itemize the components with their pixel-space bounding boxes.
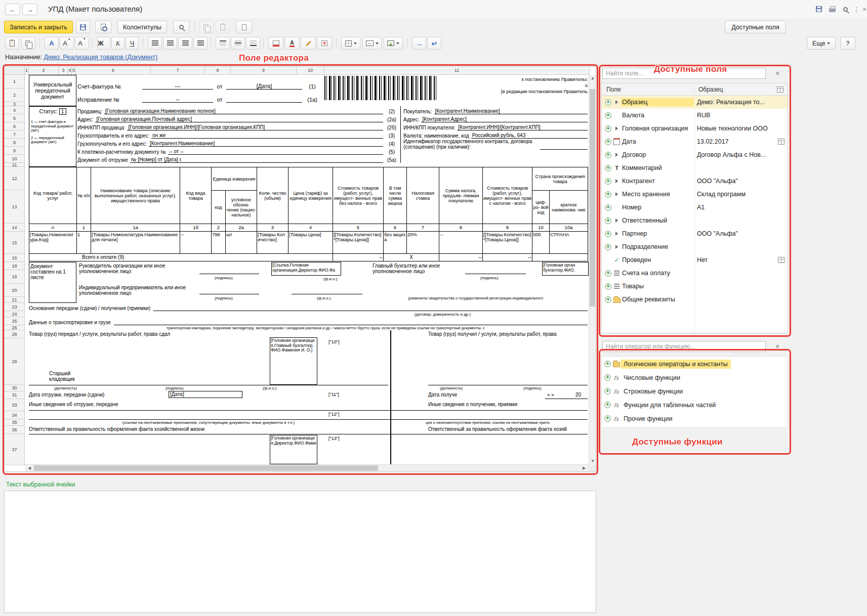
items-data-cell[interactable]: --	[180, 232, 212, 254]
field-row[interactable]: Подразделение	[602, 240, 788, 253]
vertical-scroll-thumb[interactable]	[590, 89, 595, 306]
view-mode-button[interactable]	[236, 21, 252, 33]
valign-bottom-button[interactable]	[246, 37, 260, 50]
column-header[interactable]: 6	[76, 67, 151, 75]
clear-format-button[interactable]	[317, 37, 332, 50]
save-title-button[interactable]	[814, 4, 824, 14]
save-button[interactable]	[76, 21, 90, 33]
row-header[interactable]: 20	[5, 284, 25, 297]
bold-button[interactable]: Ж	[97, 37, 110, 50]
close-button[interactable]: ×	[859, 4, 867, 14]
items-code-cell[interactable]: 1а	[91, 224, 180, 232]
document-template[interactable]: Универсальный передаточный документ Счет…	[25, 75, 590, 465]
row-header[interactable]: 1	[5, 75, 25, 89]
buyer-row[interactable]: ИНН/КПП покупателя: [Контрагент.ИНН]/[Ко…	[403, 122, 588, 130]
sheet-note-cell[interactable]: Документ составлен на 1 листе	[29, 262, 76, 303]
field-search-clear-button[interactable]: ×	[773, 69, 782, 78]
row-header[interactable]: 13	[5, 190, 25, 224]
border-color-button[interactable]	[301, 37, 316, 50]
field-row[interactable]: Общие реквизиты	[602, 293, 788, 306]
row-header[interactable]: 24	[5, 311, 25, 317]
function-row[interactable]: Числовые функции	[601, 371, 788, 384]
head-name-cell[interactable]: [Ссылка.Головная организация.Директор.ФИ…	[271, 262, 341, 276]
headers-footers-button[interactable]: Колонтитулы	[117, 21, 167, 33]
text-icon[interactable]	[612, 164, 621, 172]
chevron-right-icon[interactable]	[612, 124, 621, 133]
chevron-right-icon[interactable]	[612, 98, 621, 107]
items-data-cell[interactable]: шт	[226, 232, 257, 254]
wrap-text-button[interactable]: ↵	[427, 37, 441, 50]
items-header-kind[interactable]: Код вида товара	[180, 167, 212, 224]
column-header[interactable]: 3	[59, 67, 68, 75]
row-header[interactable]: 26	[5, 325, 25, 330]
items-header-qty[interactable]: Коли- чество (объем)	[257, 167, 288, 224]
items-data-cell[interactable]: [[Товары.Количество]*[Товары.Цена]]	[333, 232, 384, 254]
row-header[interactable]: 8	[5, 139, 25, 147]
text-direction-button[interactable]: →	[412, 37, 426, 50]
status-value[interactable]: 1	[59, 108, 66, 115]
plus-icon[interactable]	[603, 373, 612, 382]
basis-line[interactable]	[153, 311, 588, 311]
row-header[interactable]: 34	[5, 411, 25, 419]
plus-icon[interactable]	[604, 98, 612, 107]
lookup-icon[interactable]	[777, 138, 786, 146]
items-code-cell[interactable]: 2а	[226, 224, 257, 232]
fill-color-button[interactable]	[268, 37, 283, 50]
valign-top-button[interactable]	[216, 37, 230, 50]
row-header[interactable]: 10	[5, 155, 25, 163]
field-row[interactable]: Комментарий	[602, 161, 788, 174]
row-header[interactable]: 35	[5, 419, 25, 426]
ship-date-value[interactable]: [Дата]	[169, 391, 242, 398]
plus-icon[interactable]	[604, 164, 612, 172]
accountant-name-cell[interactable]: [Головная орган бухгалтер.ФИО.	[542, 262, 589, 276]
give-signer-name-cell[interactable]: [Головная организация.Главный бухгалтер.…	[270, 337, 317, 385]
horizontal-scrollbar[interactable]: ◀ ▶	[25, 464, 589, 471]
total-x[interactable]: X	[384, 254, 439, 261]
responsible-name-cell[interactable]: [Головная организация.Директор.ФИО.Фами	[270, 435, 317, 464]
items-header-tax-sum[interactable]: Сумма налога, предъяв- ляемая покупателю	[439, 167, 483, 224]
invoice-date[interactable]: [Дата]	[226, 83, 302, 90]
plus-icon[interactable]	[603, 387, 612, 395]
row-header[interactable]: 12	[5, 167, 25, 190]
plus-icon[interactable]	[604, 177, 612, 186]
field-row[interactable]: Проведен Нет	[602, 253, 788, 267]
plus-icon[interactable]	[604, 216, 612, 225]
seller-row[interactable]: Документ об отгрузке № [Номер] от [Дата]…	[77, 155, 400, 163]
status-cell[interactable]: Статус: 1 1 — счет-фактура и передаточны…	[29, 106, 76, 167]
plus-icon[interactable]	[604, 151, 612, 159]
items-header-unit-symbol[interactable]: условное обозна- чение (нацио- нальное)	[226, 191, 257, 224]
items-data-cell[interactable]: [Товары.Количество]	[257, 232, 288, 254]
field-row[interactable]: Партнер ООО "Альфа"	[602, 227, 788, 240]
scroll-right-icon[interactable]: ▶	[581, 466, 588, 470]
row-header[interactable]: 30	[5, 385, 25, 391]
items-data-cell[interactable]: 20%	[407, 232, 439, 254]
field-row[interactable]: Валюта RUB	[602, 109, 788, 122]
items-header-unit[interactable]: Единица измерения	[212, 167, 257, 191]
total-empty[interactable]	[532, 254, 588, 261]
function-row[interactable]: Строковые функции	[601, 384, 788, 398]
items-code-cell[interactable]: 1б	[180, 224, 212, 232]
plus-icon[interactable]	[603, 414, 612, 423]
buyer-row[interactable]: Покупатель: [Контрагент.Наименование]	[403, 106, 588, 114]
items-code-cell[interactable]: 4	[288, 224, 333, 232]
seller-row[interactable]: Грузоотправитель и его адрес: он же (3)	[77, 130, 400, 139]
customize-columns-icon[interactable]	[776, 85, 785, 94]
plus-icon[interactable]	[603, 401, 612, 409]
chevron-right-icon[interactable]	[612, 151, 621, 159]
row-header[interactable]: 9	[5, 147, 25, 155]
items-data-cell[interactable]: СТРАНА	[550, 232, 588, 254]
row-header[interactable]: 6	[5, 122, 25, 130]
borders-button[interactable]	[341, 37, 360, 50]
invoice-number[interactable]: ---	[142, 83, 213, 90]
items-code-cell[interactable]: 6	[384, 224, 407, 232]
buyer-row[interactable]: Валюта: наименование, код Российский руб…	[403, 130, 588, 139]
total-cost-no-tax[interactable]: --	[333, 254, 384, 261]
plus-icon[interactable]	[604, 190, 612, 199]
row-header[interactable]: 36	[5, 426, 25, 434]
preview-button[interactable]	[95, 21, 111, 33]
italic-button[interactable]: К	[111, 37, 125, 50]
items-header-country[interactable]: Страна происхождения товара	[532, 167, 588, 191]
total-label[interactable]: Всего к оплате (9)	[29, 254, 333, 261]
doc-title-cell[interactable]: Универсальный передаточный документ	[29, 75, 76, 106]
calendar-icon[interactable]	[612, 138, 621, 146]
